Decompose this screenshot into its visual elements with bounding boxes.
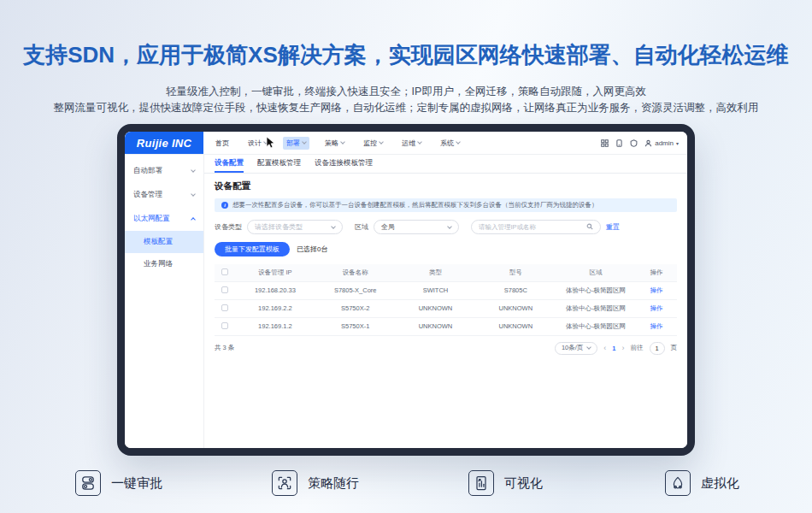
chevron-down-icon (331, 224, 336, 229)
chevron-down-icon (447, 224, 452, 229)
info-banner-text: 想要一次性配置多台设备，你可以基于一台设备创建配置模板，然后将配置模板下发到多台… (232, 201, 598, 209)
goto-label: 前往 (631, 344, 644, 352)
nav-item-design[interactable]: 设计 (244, 137, 271, 150)
region-label: 区域 (355, 222, 368, 232)
brand-logo[interactable]: Ruijie INC (125, 132, 203, 154)
tab-bar: 设备配置 配置模板管理 设备连接模板管理 (204, 155, 687, 174)
chevron-down-icon (417, 139, 422, 144)
visualization-icon (468, 470, 494, 496)
total-count: 共 3 条 (215, 344, 234, 352)
hero-subtitle-1: 轻量级准入控制，一键审批，终端接入快速且安全；IP即用户，全网迁移，策略自动跟随… (0, 85, 812, 99)
nav-item-home[interactable]: 首页 (212, 137, 232, 150)
chevron-down-icon (456, 139, 461, 144)
nav-item-ops[interactable]: 运维 (398, 137, 425, 150)
approval-icon (75, 470, 101, 496)
sidebar-item-template-config[interactable]: 模板配置 (125, 231, 203, 253)
table-header-row: 设备管理 IP 设备名称 类型 型号 区域 操作 (215, 264, 677, 281)
grid-icon[interactable] (601, 139, 609, 147)
row-checkbox[interactable] (221, 322, 228, 329)
feature-one-click-approval: 一键审批 (75, 470, 272, 496)
device-type-label: 设备类型 (215, 222, 242, 232)
search-box (471, 220, 601, 234)
hero-title: 支持SDN，应用于极简XS解决方案，实现园区网络快速部署、自动化轻松运维 (0, 38, 812, 72)
tablet-icon[interactable] (615, 139, 623, 147)
chevron-down-icon (586, 345, 591, 350)
col-header-model: 型号 (475, 264, 556, 281)
feature-label: 一键审批 (111, 475, 162, 492)
sidebar-item-business-network[interactable]: 业务网络 (125, 253, 203, 275)
chevron-up-icon (191, 217, 196, 222)
user-icon (644, 139, 652, 147)
chevron-down-icon (191, 192, 196, 197)
table-row: 192.169.2.2 S5750X-2 UNKNOWN UNKNOWN 体验中… (215, 299, 677, 317)
row-checkbox[interactable] (221, 304, 228, 311)
user-menu[interactable]: admin ▾ (644, 139, 679, 147)
chevron-down-icon (379, 139, 384, 144)
caret-down-icon: ▾ (676, 140, 679, 146)
sidebar-item-ethernet-config[interactable]: 以太网配置 (125, 207, 203, 231)
nav-item-system[interactable]: 系统 (437, 137, 463, 150)
search-icon[interactable] (586, 223, 593, 232)
nav-item-deploy[interactable]: 部署 (283, 137, 309, 150)
current-page[interactable]: 1 (612, 345, 615, 352)
info-icon: i (221, 202, 228, 209)
feature-policy-follow: 策略随行 (272, 470, 468, 496)
goto-page-input[interactable] (650, 342, 665, 355)
batch-deliver-button[interactable]: 批量下发配置模板 (215, 242, 290, 256)
col-header-name: 设备名称 (315, 264, 396, 281)
user-name: admin (655, 139, 674, 147)
action-bar: 批量下发配置模板 已选择0台 (215, 242, 677, 256)
main-panel: 设备配置 配置模板管理 设备连接模板管理 设备配置 i 想要一次性配置多台设备，… (204, 155, 687, 448)
col-header-action: 操作 (636, 264, 677, 281)
feature-virtualization: 虚拟化 (665, 470, 812, 496)
row-action-link[interactable]: 操作 (650, 304, 663, 312)
policy-follow-icon (272, 470, 297, 496)
reset-link[interactable]: 重置 (606, 222, 620, 232)
chevron-down-icon (263, 139, 268, 144)
col-header-type: 类型 (396, 264, 476, 281)
app-window: Ruijie INC 首页 设计 部署 策略 监控 运维 系统 (117, 124, 695, 456)
col-header-ip: 设备管理 IP (235, 264, 315, 281)
next-page-button[interactable]: › (622, 345, 625, 352)
tab-config-template-mgmt[interactable]: 配置模板管理 (257, 155, 301, 173)
feature-label: 可视化 (504, 475, 543, 492)
table-row: 192.168.20.33 S7805-X_Core SWITCH S7805C… (215, 281, 677, 299)
chevron-down-icon (302, 139, 307, 144)
chevron-down-icon (340, 139, 345, 144)
selected-count: 已选择0台 (297, 245, 327, 254)
app-topbar: Ruijie INC 首页 设计 部署 策略 监控 运维 系统 (125, 132, 687, 155)
page-suffix: 页 (671, 344, 678, 352)
select-all-checkbox[interactable] (221, 268, 228, 275)
prev-page-button[interactable]: ‹ (603, 345, 606, 352)
nav-item-policy[interactable]: 策略 (321, 137, 348, 150)
row-checkbox[interactable] (221, 286, 228, 293)
feature-label: 策略随行 (308, 475, 359, 492)
sidebar: 自动部署 设备管理 以太网配置 模板配置 业务网络 (125, 155, 204, 448)
shield-icon[interactable] (630, 139, 638, 147)
page-size-select[interactable]: 10条/页 (555, 342, 597, 355)
filter-bar: 设备类型 请选择设备类型 区域 全局 (215, 220, 677, 234)
feature-visualization: 可视化 (468, 470, 665, 496)
info-banner: i 想要一次性配置多台设备，你可以基于一台设备创建配置模板，然后将配置模板下发到… (215, 198, 677, 212)
col-header-region: 区域 (556, 264, 636, 281)
chevron-down-icon (191, 168, 196, 173)
device-table: 设备管理 IP 设备名称 类型 型号 区域 操作 192.168.20.33 (215, 264, 677, 336)
feature-label: 虚拟化 (701, 475, 739, 492)
page-title: 设备配置 (215, 180, 677, 192)
sidebar-item-auto-deploy[interactable]: 自动部署 (125, 159, 203, 183)
nav-item-monitor[interactable]: 监控 (360, 137, 386, 150)
device-type-select[interactable]: 请选择设备类型 (247, 220, 343, 234)
sidebar-item-device-mgmt[interactable]: 设备管理 (125, 183, 203, 207)
virtualization-icon (665, 470, 691, 496)
tab-device-config[interactable]: 设备配置 (215, 155, 244, 173)
topbar-right: admin ▾ (601, 139, 687, 147)
row-action-link[interactable]: 操作 (650, 286, 663, 294)
search-input[interactable] (479, 223, 581, 231)
feature-strip: 一键审批 策略随行 可视化 虚拟化 (75, 470, 812, 496)
tab-device-conn-template-mgmt[interactable]: 设备连接模板管理 (315, 155, 373, 173)
hero-subtitle-2: 整网流量可视化，提供快速故障定位手段，快速恢复生产网络，自动化运维；定制专属的虚… (0, 101, 812, 115)
region-select[interactable]: 全局 (374, 220, 459, 234)
pagination-bar: 共 3 条 10条/页 ‹ 1 › 前往 页 (215, 342, 677, 355)
main-nav: 首页 设计 部署 策略 监控 运维 系统 (212, 137, 463, 150)
row-action-link[interactable]: 操作 (650, 322, 663, 330)
